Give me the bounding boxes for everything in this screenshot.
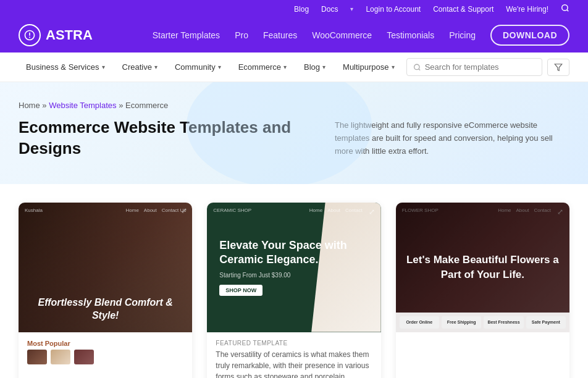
- thumbnail: [51, 350, 70, 364]
- top-bar: Blog Docs ▾ Login to Account Contact & S…: [0, 0, 588, 18]
- nav-features[interactable]: Features: [263, 30, 297, 40]
- feature-shipping: Free Shipping: [442, 316, 481, 329]
- card2-shop-btn[interactable]: SHOP NOW: [219, 285, 262, 296]
- card2-info: FEATURED TEMPLATE The versatility of cer…: [207, 332, 380, 378]
- templates-section: Kushala HomeAboutContact Us ⤢ Effortless…: [0, 184, 588, 378]
- nav-testimonials[interactable]: Testimonials: [387, 30, 434, 40]
- logo[interactable]: ASTRA: [19, 24, 93, 46]
- logo-icon: [19, 24, 41, 46]
- svg-line-1: [567, 10, 569, 12]
- search-box[interactable]: [406, 58, 542, 76]
- chevron-down-icon: ▾: [154, 64, 158, 70]
- filter-button[interactable]: [547, 59, 569, 76]
- card3-features: Order Online Free Shipping Best Freshnes…: [396, 313, 569, 332]
- card2-title: Elevate Your Space with Ceramic Elegance…: [219, 238, 368, 267]
- card2-sub: Starting From Just $39.00: [219, 272, 368, 279]
- category-nav: Business & Services ▾ Creative ▾ Communi…: [19, 52, 402, 82]
- svg-point-2: [414, 64, 419, 69]
- template-card-ceramic: CERAMIC SHOP HomeAboutContact ⤢ Elevate …: [207, 203, 380, 378]
- breadcrumb-sep: »: [42, 101, 49, 110]
- chevron-down-icon: ▾: [284, 64, 287, 70]
- nav-starter-templates[interactable]: Starter Templates: [153, 30, 220, 40]
- breadcrumb-home[interactable]: Home: [19, 101, 40, 110]
- search-icon: [413, 63, 421, 72]
- thumbnail: [27, 350, 47, 364]
- card3-title: Let's Make Beautiful Flowers a Part of Y…: [406, 253, 560, 282]
- breadcrumb: Home » Website Templates » Ecommerce: [19, 101, 315, 110]
- svg-line-3: [419, 69, 420, 70]
- card2-desc: The versatility of ceramics is what make…: [216, 349, 372, 378]
- template-preview-fashion[interactable]: Kushala HomeAboutContact Us ⤢ Effortless…: [19, 203, 192, 332]
- nav-business[interactable]: Business & Services ▾: [19, 52, 112, 82]
- card2-content: Elevate Your Space with Ceramic Elegance…: [207, 203, 380, 332]
- download-button[interactable]: DOWNLOAD: [490, 25, 569, 46]
- docs-chevron: ▾: [350, 6, 353, 12]
- template-card-flower: FLOWER SHOP HomeAboutContact ⤢ Let's Mak…: [396, 203, 569, 378]
- nav-ecommerce[interactable]: Ecommerce ▾: [231, 52, 294, 82]
- svg-point-0: [562, 5, 568, 10]
- feature-freshness: Best Freshness: [484, 316, 523, 329]
- nav-creative[interactable]: Creative ▾: [115, 52, 165, 82]
- secondary-nav: Business & Services ▾ Creative ▾ Communi…: [0, 52, 588, 82]
- chevron-down-icon: ▾: [322, 64, 326, 70]
- main-header: ASTRA Starter Templates Pro Features Woo…: [0, 18, 588, 52]
- feature-order: Order Online: [400, 316, 439, 329]
- card1-title: Effortlessly Blend Comfort & Style!: [28, 296, 182, 322]
- hero-left: Home » Website Templates » Ecommerce Eco…: [19, 101, 315, 159]
- nav-pro[interactable]: Pro: [235, 30, 248, 40]
- thumbnail: [74, 350, 94, 364]
- nav-multipurpose[interactable]: Multipurpose ▾: [335, 52, 401, 82]
- chevron-down-icon: ▾: [218, 64, 221, 70]
- template-preview-flower[interactable]: FLOWER SHOP HomeAboutContact ⤢ Let's Mak…: [396, 203, 569, 332]
- page-title: Ecommerce Website Templates and Designs: [19, 117, 315, 159]
- chevron-down-icon: ▾: [102, 64, 105, 70]
- breadcrumb-sep2: »: [119, 101, 125, 110]
- nav-blog[interactable]: Blog ▾: [296, 52, 333, 82]
- hero-description: The lightweight and fully responsive eCo…: [335, 101, 569, 158]
- blog-link[interactable]: Blog: [294, 5, 309, 14]
- logo-text: ASTRA: [46, 27, 93, 43]
- template-card-fashion: Kushala HomeAboutContact Us ⤢ Effortless…: [19, 203, 192, 378]
- main-nav: Starter Templates Pro Features WooCommer…: [153, 25, 569, 46]
- template-preview-ceramic[interactable]: CERAMIC SHOP HomeAboutContact ⤢ Elevate …: [207, 203, 380, 332]
- search-input[interactable]: [425, 62, 536, 72]
- feature-payment: Safe Payment: [526, 316, 566, 329]
- breadcrumb-templates-link[interactable]: Website Templates: [49, 101, 116, 110]
- card1-info: Most Popular: [19, 332, 192, 372]
- nav-community[interactable]: Community ▾: [167, 52, 229, 82]
- nav-pricing[interactable]: Pricing: [449, 30, 476, 40]
- login-link[interactable]: Login to Account: [366, 5, 421, 14]
- card1-label: Most Popular: [27, 340, 183, 347]
- search-area: [406, 58, 569, 76]
- nav-woocommerce[interactable]: WooCommerce: [312, 30, 372, 40]
- svg-marker-4: [555, 64, 562, 70]
- filter-icon: [554, 63, 563, 72]
- breadcrumb-current: Ecommerce: [125, 101, 168, 110]
- hiring-link[interactable]: We're Hiring!: [506, 5, 548, 14]
- contact-link[interactable]: Contact & Support: [433, 5, 494, 14]
- hero-section: Home » Website Templates » Ecommerce Eco…: [0, 82, 588, 184]
- templates-grid: Kushala HomeAboutContact Us ⤢ Effortless…: [19, 203, 569, 378]
- search-icon-top[interactable]: [561, 4, 569, 14]
- docs-link[interactable]: Docs: [321, 5, 338, 14]
- card2-tag: FEATURED TEMPLATE: [216, 340, 372, 346]
- chevron-down-icon: ▾: [392, 64, 395, 70]
